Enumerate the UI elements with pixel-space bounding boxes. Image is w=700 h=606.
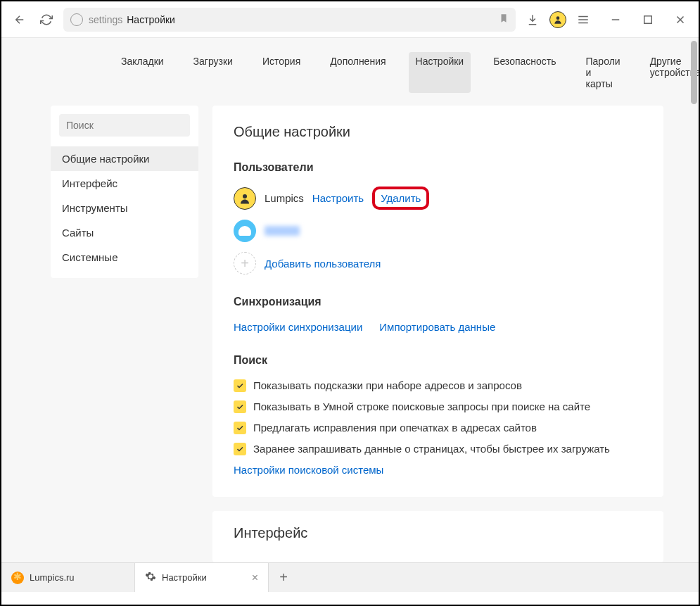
profile-button[interactable]	[549, 11, 566, 28]
nav-history[interactable]: История	[255, 52, 307, 93]
import-data-link[interactable]: Импортировать данные	[379, 321, 495, 333]
tab-close-icon[interactable]: ×	[252, 572, 258, 584]
user-name-blurred	[265, 226, 300, 236]
new-tab-button[interactable]: +	[269, 563, 298, 592]
nav-security[interactable]: Безопасность	[486, 52, 563, 93]
main-panel: Общие настройки Пользователи Lumpics Нас…	[212, 106, 663, 497]
checkbox-icon[interactable]	[234, 400, 246, 413]
reload-button[interactable]	[37, 10, 56, 30]
sidebar-system[interactable]: Системные	[51, 245, 198, 270]
svg-point-0	[556, 16, 560, 20]
content-area: Закладки Загрузки История Дополнения Нас…	[1, 38, 699, 562]
nav-passwords[interactable]: Пароли и карты	[579, 52, 628, 93]
sidebar-general[interactable]: Общие настройки	[51, 146, 198, 171]
add-user-row[interactable]: + Добавить пользователя	[234, 252, 642, 274]
tab-favicon	[11, 572, 24, 584]
sync-heading: Синхронизация	[234, 296, 642, 308]
user-name: Lumpics	[265, 192, 304, 204]
checkbox-label: Показывать подсказки при наборе адресов …	[253, 379, 522, 391]
address-bar[interactable]: settings Настройки	[63, 8, 516, 32]
users-heading: Пользователи	[234, 161, 642, 174]
checkbox-row[interactable]: Предлагать исправления при опечатках в а…	[234, 422, 642, 434]
checkbox-label: Показывать в Умной строке поисковые запр…	[253, 400, 590, 412]
site-icon	[70, 13, 83, 26]
user-row: Lumpics Настроить Удалить	[234, 187, 642, 210]
sidebar-interface[interactable]: Интерфейс	[51, 171, 198, 196]
back-button[interactable]	[10, 10, 30, 30]
checkbox-label: Предлагать исправления при опечатках в а…	[253, 422, 537, 434]
tabs-bar: Lumpics.ru Настройки × +	[1, 562, 699, 592]
checkbox-icon[interactable]	[234, 379, 246, 392]
search-input[interactable]	[59, 114, 190, 137]
sidebar-sites[interactable]: Сайты	[51, 220, 198, 245]
scrollbar[interactable]	[691, 41, 697, 104]
nav-downloads[interactable]: Загрузки	[186, 52, 240, 93]
browser-toolbar: settings Настройки	[1, 1, 699, 38]
user-row	[234, 220, 642, 242]
user-avatar-icon	[234, 220, 256, 242]
nav-settings[interactable]: Настройки	[409, 52, 471, 93]
svg-rect-1	[644, 15, 652, 23]
checkbox-icon[interactable]	[234, 422, 246, 434]
browser-tab[interactable]: Настройки ×	[135, 563, 269, 592]
plus-icon: +	[234, 252, 256, 274]
settings-nav: Закладки Загрузки История Дополнения Нас…	[1, 38, 699, 106]
configure-link[interactable]: Настроить	[312, 192, 364, 204]
delete-highlight: Удалить	[372, 187, 429, 210]
checkbox-label: Заранее запрашивать данные о страницах, …	[253, 443, 610, 455]
maximize-button[interactable]	[638, 10, 658, 30]
address-title: Настройки	[127, 14, 175, 25]
delete-link[interactable]: Удалить	[381, 192, 421, 204]
page-title: Общие настройки	[234, 124, 642, 140]
menu-button[interactable]	[573, 10, 593, 30]
checkbox-row[interactable]: Заранее запрашивать данные о страницах, …	[234, 443, 642, 455]
downloads-button[interactable]	[523, 10, 542, 30]
user-avatar-icon	[234, 187, 256, 210]
minimize-button[interactable]	[606, 10, 625, 30]
checkbox-row[interactable]: Показывать в Умной строке поисковые запр…	[234, 400, 642, 413]
search-heading: Поиск	[234, 354, 642, 367]
search-engine-link[interactable]: Настройки поисковой системы	[234, 464, 383, 476]
tab-title: Lumpics.ru	[30, 572, 75, 583]
checkbox-icon[interactable]	[234, 443, 246, 455]
browser-tab[interactable]: Lumpics.ru	[1, 563, 135, 592]
add-user-link[interactable]: Добавить пользователя	[265, 258, 381, 270]
address-prefix: settings	[89, 14, 122, 25]
nav-bookmarks[interactable]: Закладки	[114, 52, 171, 93]
close-button[interactable]	[670, 10, 690, 30]
sidebar: Общие настройки Интерфейс Инструменты Са…	[51, 106, 198, 278]
gear-icon	[145, 571, 156, 584]
svg-point-2	[243, 194, 247, 198]
tab-title: Настройки	[162, 572, 207, 583]
nav-addons[interactable]: Дополнения	[323, 52, 393, 93]
interface-heading: Интерфейс	[234, 525, 642, 541]
sync-settings-link[interactable]: Настройки синхронизации	[234, 321, 362, 333]
interface-section: Интерфейс	[212, 511, 663, 562]
bookmark-icon[interactable]	[499, 12, 509, 27]
checkbox-row[interactable]: Показывать подсказки при наборе адресов …	[234, 379, 642, 392]
sidebar-tools[interactable]: Инструменты	[51, 196, 198, 220]
